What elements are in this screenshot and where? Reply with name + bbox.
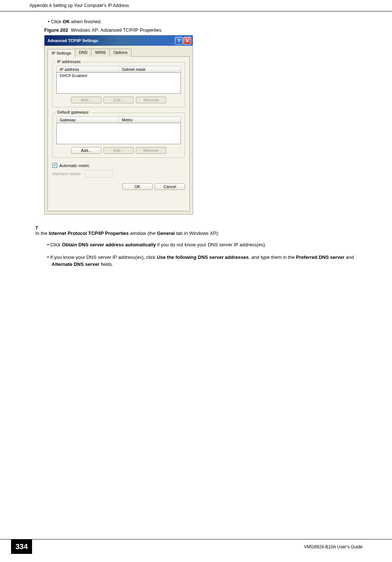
automatic-metric-checkbox[interactable]: ✓ xyxy=(52,163,57,168)
ok-button[interactable]: OK xyxy=(122,183,153,190)
tab-options[interactable]: Options xyxy=(109,49,132,57)
default-gateways-group: Default gateways: Gateway Metric Add... … xyxy=(52,112,185,158)
advanced-tcpip-dialog: Advanced TCP/IP Settings ? ✕ IP Settings… xyxy=(44,35,193,215)
tab-ip-settings[interactable]: IP Settings xyxy=(48,49,75,57)
page-number: 334 xyxy=(11,540,32,554)
step7-bullet-2: If you know your DNS server IP address(e… xyxy=(52,254,363,268)
gw-edit-button: Edit... xyxy=(104,147,134,154)
dialog-title: Advanced TCP/IP Settings xyxy=(48,38,98,43)
guide-name: VMG8924-B10A User's Guide xyxy=(304,544,363,549)
col-metric[interactable]: Metric xyxy=(119,117,181,123)
interface-metric-input xyxy=(85,170,113,177)
list-row[interactable]: DHCP Enabled xyxy=(57,73,181,79)
gw-remove-button: Remove xyxy=(136,147,166,154)
figure-caption: Figure 202 Windows XP: Advanced TCP/IP P… xyxy=(44,27,363,33)
ip-add-button[interactable]: Add... xyxy=(71,97,101,103)
help-icon[interactable]: ? xyxy=(175,37,183,45)
step-7: 7 In the Internet Protocol TCP/IP Proper… xyxy=(35,225,363,236)
cancel-button[interactable]: Cancel xyxy=(155,183,185,190)
tab-wins[interactable]: WINS xyxy=(91,49,110,57)
col-ip-address[interactable]: IP address xyxy=(57,66,119,72)
appendix-title: Appendix A Setting up Your Computer's IP… xyxy=(29,3,129,8)
ip-list[interactable]: DHCP Enabled xyxy=(56,72,181,94)
col-subnet-mask[interactable]: Subnet mask xyxy=(119,66,181,72)
ip-addresses-group: IP addresses IP address Subnet mask DHCP… xyxy=(52,62,185,107)
step7-bullet-1: Click Obtain DNS server address automati… xyxy=(52,241,363,249)
titlebar[interactable]: Advanced TCP/IP Settings ? ✕ xyxy=(45,35,193,46)
gw-list[interactable] xyxy=(56,123,181,144)
ip-edit-button: Edit... xyxy=(104,97,134,103)
automatic-metric-label: Automatic metric xyxy=(59,163,90,168)
close-icon[interactable]: ✕ xyxy=(183,37,191,45)
bullet-click-ok: Click OK when finished. xyxy=(48,19,363,24)
ip-remove-button: Remove xyxy=(136,97,166,103)
page-footer: 334 VMG8924-B10A User's Guide xyxy=(0,539,392,554)
page-header: Appendix A Setting up Your Computer's IP… xyxy=(0,0,392,11)
col-gateway[interactable]: Gateway xyxy=(57,117,119,123)
gw-add-button[interactable]: Add... xyxy=(71,147,101,154)
interface-metric-label: Interface metric: xyxy=(52,171,81,176)
ip-list-header: IP address Subnet mask xyxy=(56,66,181,72)
tab-dns[interactable]: DNS xyxy=(75,49,91,57)
gw-list-header: Gateway Metric xyxy=(56,117,181,123)
tab-strip: IP Settings DNS WINS Options xyxy=(48,49,190,57)
